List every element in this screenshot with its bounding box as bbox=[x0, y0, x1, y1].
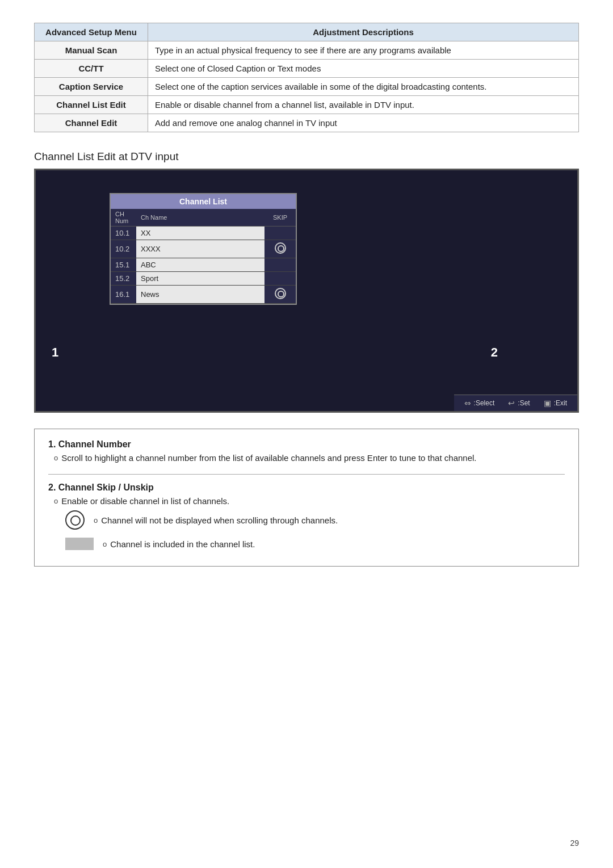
channel-row: 16.1 News bbox=[111, 286, 296, 304]
skip-cell bbox=[264, 286, 296, 304]
bullet-included: o bbox=[103, 540, 107, 548]
menu-cell: Caption Service bbox=[35, 78, 148, 96]
table-row: Channel List Edit Enable or disable chan… bbox=[35, 96, 579, 114]
callout-list-1: o Scroll to highlight a channel number f… bbox=[48, 453, 565, 463]
callout-section-2: 2. Channel Skip / Unskip o Enable or dis… bbox=[48, 483, 565, 553]
tv-btn-label: :Exit bbox=[554, 399, 567, 407]
table-row: Caption Service Select one of the captio… bbox=[35, 78, 579, 96]
skip-cell bbox=[264, 272, 296, 286]
tv-label-1: 1 bbox=[52, 345, 58, 360]
callout-item-1: o Scroll to highlight a channel number f… bbox=[54, 453, 565, 463]
callout-title-2: 2. Channel Skip / Unskip bbox=[48, 483, 565, 493]
channel-list-title: Channel List bbox=[111, 194, 296, 209]
skip-cell bbox=[264, 258, 296, 272]
ch-name-cell: ABC bbox=[136, 258, 264, 272]
tv-bottom-button: ↩ :Set bbox=[508, 399, 530, 408]
skip-desc-text: Channel will not be displayed when scrol… bbox=[101, 515, 338, 525]
menu-cell: CC/TT bbox=[35, 60, 148, 78]
callout-section-1: 1. Channel Number o Scroll to highlight … bbox=[48, 439, 565, 463]
channel-row: 15.2 Sport bbox=[111, 272, 296, 286]
skip-icon bbox=[275, 288, 286, 299]
col1-header: Advanced Setup Menu bbox=[35, 23, 148, 41]
table-row: Manual Scan Type in an actual physical f… bbox=[35, 41, 579, 60]
desc-cell: Add and remove one analog channel in TV … bbox=[148, 114, 579, 132]
ch-name-cell: News bbox=[136, 286, 264, 304]
table-row: Channel Edit Add and remove one analog c… bbox=[35, 114, 579, 132]
desc-cell: Select one of Closed Caption or Text mod… bbox=[148, 60, 579, 78]
bullet-intro: o bbox=[54, 497, 58, 505]
skip-icon-row: o Channel will not be displayed when scr… bbox=[48, 508, 565, 532]
tv-bottom-button: ⇔ :Select bbox=[464, 399, 495, 408]
tv-screen: Channel List CH Num Ch Name SKIP 10.1 XX… bbox=[34, 169, 579, 413]
tv-bottom-bar: ⇔ :Select ↩ :Set ▣ :Exit bbox=[454, 395, 577, 411]
bullet-1: o bbox=[54, 454, 58, 462]
ch-num-cell: 15.2 bbox=[111, 272, 136, 286]
tv-btn-label: :Select bbox=[474, 399, 495, 407]
callout-list-2: o Enable or disable channel in list of c… bbox=[48, 496, 565, 506]
tv-bottom-button: ▣ :Exit bbox=[544, 399, 567, 408]
desc-cell: Type in an actual physical frequency to … bbox=[148, 41, 579, 60]
included-desc-text: Channel is included in the channel list. bbox=[110, 539, 255, 549]
gray-channel-box bbox=[65, 538, 94, 550]
channel-list-dialog: Channel List CH Num Ch Name SKIP 10.1 XX… bbox=[110, 193, 297, 305]
ch-num-cell: 10.1 bbox=[111, 227, 136, 240]
tv-btn-icon: ⇔ bbox=[464, 399, 471, 408]
tv-btn-icon: ▣ bbox=[544, 399, 551, 408]
bullet-skip: o bbox=[94, 516, 98, 525]
channel-row: 10.2 XXXX bbox=[111, 240, 296, 258]
advanced-setup-table: Advanced Setup Menu Adjustment Descripti… bbox=[34, 23, 579, 132]
channel-row: 10.1 XX bbox=[111, 227, 296, 240]
skip-header: SKIP bbox=[264, 209, 296, 227]
tv-btn-icon: ↩ bbox=[508, 399, 515, 408]
tv-btn-label: :Set bbox=[518, 399, 530, 407]
table-row: CC/TT Select one of Closed Caption or Te… bbox=[35, 60, 579, 78]
skip-cell bbox=[264, 240, 296, 258]
page-number: 29 bbox=[570, 838, 579, 848]
ch-num-cell: 10.2 bbox=[111, 240, 136, 258]
channel-list-table: CH Num Ch Name SKIP 10.1 XX 10.2 XXXX 15… bbox=[111, 209, 296, 304]
menu-cell: Manual Scan bbox=[35, 41, 148, 60]
divider bbox=[48, 474, 565, 475]
section-title: Channel List Edit at DTV input bbox=[34, 150, 579, 163]
ch-num-cell: 16.1 bbox=[111, 286, 136, 304]
callout-intro-text: Enable or disable channel in list of cha… bbox=[61, 496, 229, 506]
chname-header: Ch Name bbox=[136, 209, 264, 227]
skip-cell bbox=[264, 227, 296, 240]
chnum-header: CH Num bbox=[111, 209, 136, 227]
channel-row: 15.1 ABC bbox=[111, 258, 296, 272]
ch-name-cell: XXXX bbox=[136, 240, 264, 258]
desc-cell: Enable or disable channel from a channel… bbox=[148, 96, 579, 114]
tv-screen-inner: Channel List CH Num Ch Name SKIP 10.1 XX… bbox=[36, 170, 577, 411]
ch-name-cell: Sport bbox=[136, 272, 264, 286]
skip-circle-icon bbox=[65, 510, 85, 530]
skip-icon bbox=[275, 242, 286, 254]
menu-cell: Channel List Edit bbox=[35, 96, 148, 114]
ch-num-cell: 15.1 bbox=[111, 258, 136, 272]
callout-title-1: 1. Channel Number bbox=[48, 439, 565, 450]
callout-text-1: Scroll to highlight a channel number fro… bbox=[61, 453, 476, 463]
tv-label-2: 2 bbox=[491, 345, 498, 360]
ch-name-cell: XX bbox=[136, 227, 264, 240]
gray-box-row: o Channel is included in the channel lis… bbox=[48, 534, 565, 553]
desc-cell: Select one of the caption services avail… bbox=[148, 78, 579, 96]
callout-box: 1. Channel Number o Scroll to highlight … bbox=[34, 429, 579, 567]
col2-header: Adjustment Descriptions bbox=[148, 23, 579, 41]
callout-item-intro: o Enable or disable channel in list of c… bbox=[54, 496, 565, 506]
menu-cell: Channel Edit bbox=[35, 114, 148, 132]
